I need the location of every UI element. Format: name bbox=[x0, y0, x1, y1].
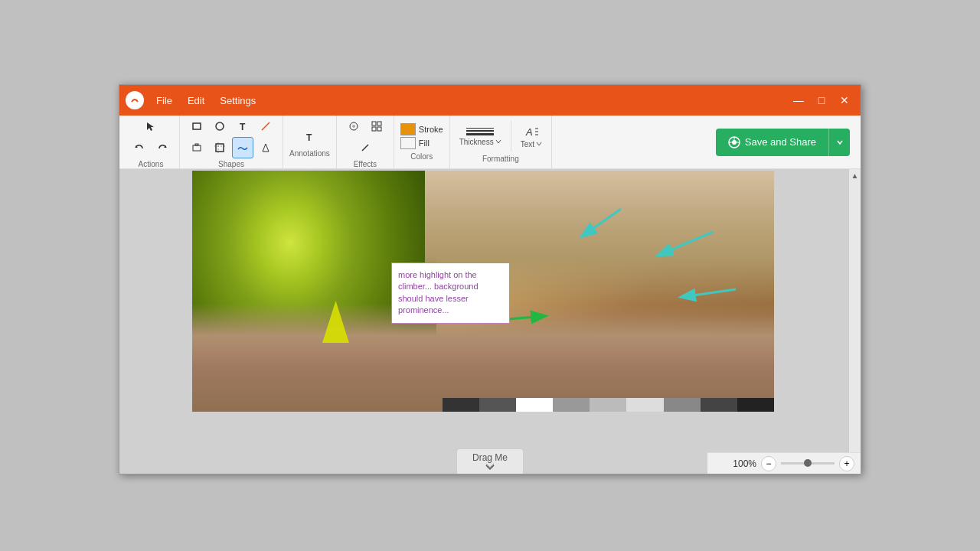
svg-text:T: T bbox=[240, 122, 246, 132]
toolbar-group-formatting: Thickness A Text bbox=[450, 116, 552, 168]
colors-label: Colors bbox=[400, 152, 443, 161]
maximize-button[interactable]: □ bbox=[812, 90, 831, 110]
svg-text:A: A bbox=[525, 126, 533, 138]
svg-line-17 bbox=[362, 145, 368, 151]
pencil-tool-button[interactable] bbox=[354, 137, 376, 158]
effects-row2 bbox=[354, 137, 376, 158]
shapes-label: Shapes bbox=[218, 160, 244, 168]
title-bar: File Edit Settings — □ ✕ bbox=[119, 85, 861, 116]
zoom-out-button[interactable]: − bbox=[761, 456, 776, 471]
main-image[interactable]: more highlight on the climber... backgro… bbox=[192, 171, 774, 412]
wave-tool-button[interactable] bbox=[232, 137, 253, 158]
annotation-text-box[interactable]: more highlight on the climber... backgro… bbox=[391, 262, 510, 324]
toolbar: Actions T bbox=[119, 116, 861, 169]
svg-rect-15 bbox=[372, 127, 376, 131]
minimize-button[interactable]: — bbox=[789, 90, 808, 110]
shapes-row2 bbox=[186, 137, 276, 158]
app-logo bbox=[126, 91, 144, 109]
effects-label: Effects bbox=[354, 160, 377, 168]
menu-file[interactable]: File bbox=[150, 92, 178, 109]
scroll-track[interactable] bbox=[849, 181, 861, 461]
circle-tool-button[interactable] bbox=[209, 116, 230, 137]
thickness-label: Thickness bbox=[459, 138, 494, 146]
swatch-9 bbox=[737, 398, 774, 412]
redo-button[interactable] bbox=[152, 137, 173, 158]
svg-text:T: T bbox=[306, 132, 312, 142]
color-swatches-strip bbox=[443, 398, 774, 412]
thickness-control[interactable]: Thickness bbox=[456, 126, 505, 148]
shapes-row1: T bbox=[186, 116, 276, 137]
zoom-in-button[interactable]: + bbox=[839, 456, 854, 471]
menu-bar: File Edit Settings bbox=[150, 92, 789, 109]
save-share-button[interactable]: Save and Share bbox=[716, 129, 828, 156]
photo-background: more highlight on the climber... backgro… bbox=[192, 171, 774, 412]
svg-line-4 bbox=[262, 122, 270, 130]
zoom-level: 100% bbox=[733, 458, 756, 469]
svg-rect-6 bbox=[195, 144, 198, 145]
pen-tool-button[interactable] bbox=[255, 116, 276, 137]
save-share-label: Save and Share bbox=[745, 136, 816, 148]
toolbar-group-effects: Effects bbox=[337, 116, 394, 168]
annotation-text-button[interactable]: T bbox=[299, 126, 320, 148]
svg-rect-5 bbox=[193, 145, 201, 151]
formatting-row: Thickness A Text bbox=[456, 121, 545, 152]
crop-tool-button[interactable] bbox=[209, 137, 230, 158]
window-controls: — □ ✕ bbox=[789, 90, 854, 110]
stroke-color-swatch[interactable] bbox=[400, 123, 416, 135]
swatch-3 bbox=[516, 398, 553, 412]
highlight-tool-button[interactable] bbox=[255, 137, 276, 158]
menu-edit[interactable]: Edit bbox=[181, 92, 211, 109]
svg-point-2 bbox=[216, 122, 224, 130]
zoom-slider-thumb[interactable] bbox=[804, 459, 812, 467]
stroke-color-row: Stroke bbox=[400, 123, 443, 135]
save-share-dropdown-button[interactable] bbox=[828, 129, 850, 156]
effects-row1 bbox=[343, 116, 387, 137]
text-format-control[interactable]: A Text bbox=[518, 123, 545, 150]
toolbar-group-annotations: T Annotations bbox=[283, 116, 337, 168]
svg-rect-1 bbox=[193, 123, 201, 129]
canvas-area[interactable]: more highlight on the climber... backgro… bbox=[119, 169, 861, 474]
annotations-row: T bbox=[299, 126, 320, 148]
actions-row1 bbox=[140, 116, 162, 137]
drag-handle-label: Drag Me bbox=[472, 452, 508, 463]
zoom-slider[interactable] bbox=[781, 462, 835, 465]
svg-rect-7 bbox=[216, 144, 224, 152]
stroke-label: Stroke bbox=[419, 125, 443, 134]
swatch-1 bbox=[443, 398, 479, 412]
svg-rect-14 bbox=[377, 122, 381, 126]
text-format-label: Text bbox=[521, 140, 534, 148]
swatch-6 bbox=[626, 398, 663, 412]
fill-color-row: Fill bbox=[400, 137, 443, 149]
stamp-tool-button[interactable] bbox=[186, 137, 207, 158]
fill-color-swatch[interactable] bbox=[400, 137, 416, 149]
toolbar-group-colors: Stroke Fill Colors bbox=[394, 116, 450, 168]
svg-rect-16 bbox=[377, 127, 381, 131]
scroll-up-button[interactable]: ▲ bbox=[849, 169, 861, 181]
swatch-8 bbox=[701, 398, 737, 412]
blur-effect-button[interactable] bbox=[343, 116, 364, 137]
undo-button[interactable] bbox=[129, 137, 150, 158]
select-tool-button[interactable] bbox=[140, 116, 162, 137]
pixelate-button[interactable] bbox=[366, 116, 387, 137]
toolbar-group-actions: Actions bbox=[122, 116, 180, 168]
actions-row2 bbox=[129, 137, 173, 158]
annotations-label: Annotations bbox=[289, 149, 330, 158]
vertical-scrollbar[interactable]: ▲ ▼ bbox=[848, 169, 861, 474]
menu-settings[interactable]: Settings bbox=[214, 92, 262, 109]
rectangle-tool-button[interactable] bbox=[186, 116, 207, 137]
svg-point-23 bbox=[732, 140, 737, 145]
status-bar: 100% − + bbox=[707, 452, 861, 474]
actions-label: Actions bbox=[139, 160, 164, 168]
close-button[interactable]: ✕ bbox=[835, 90, 854, 110]
fill-label: Fill bbox=[419, 139, 430, 148]
svg-rect-13 bbox=[372, 122, 376, 126]
swatch-5 bbox=[590, 398, 626, 412]
swatch-7 bbox=[664, 398, 701, 412]
swatch-4 bbox=[553, 398, 590, 412]
drag-handle[interactable]: Drag Me bbox=[456, 448, 524, 474]
text-tool-button[interactable]: T bbox=[232, 116, 253, 137]
app-window: File Edit Settings — □ ✕ bbox=[119, 84, 861, 474]
desktop: File Edit Settings — □ ✕ bbox=[0, 0, 980, 551]
toolbar-group-shapes: T bbox=[180, 116, 283, 168]
annotation-text: more highlight on the climber... backgro… bbox=[398, 270, 479, 315]
